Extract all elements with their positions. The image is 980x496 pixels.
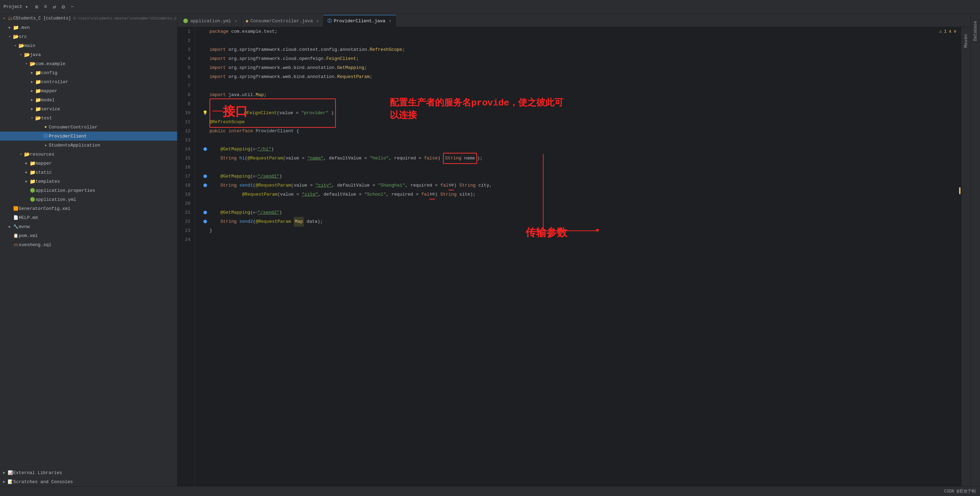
provider-client-label: ProviderClient bbox=[49, 134, 87, 139]
external-lib-icon: 📊 bbox=[7, 470, 13, 475]
properties-icon: 🟢 bbox=[29, 188, 35, 193]
tab-close-icon[interactable]: ✕ bbox=[235, 18, 237, 24]
folder-open-icon: 📂 bbox=[35, 115, 41, 121]
folder-icon: 📁 bbox=[35, 88, 41, 94]
static-label: static bbox=[35, 170, 52, 175]
interface-icon: ⓘ bbox=[43, 133, 49, 139]
tree-item-pom[interactable]: ▶ 📋 pom.xml bbox=[0, 231, 177, 240]
tree-item-help[interactable]: ▶ 📄 HELP.md bbox=[0, 213, 177, 222]
folder-open-icon: 📂 bbox=[24, 151, 30, 157]
tree-item-resources[interactable]: ▾ 📂 resources bbox=[0, 149, 177, 159]
sql-icon: 🗃 bbox=[13, 242, 19, 248]
consumer-controller-label: ConsumerController bbox=[49, 125, 97, 130]
bottombar: CSDN @君放于刚 bbox=[0, 486, 980, 496]
tree-item-app-yml[interactable]: ▶ 🟢 application.yml bbox=[0, 195, 177, 204]
root-label: CStudents_C [cstudents] E:\test\cstudent… bbox=[13, 16, 177, 21]
service-label: service bbox=[41, 107, 60, 112]
tree-item-root[interactable]: ▾ 🗂 CStudents_C [cstudents] E:\test\cstu… bbox=[0, 14, 177, 23]
line-numbers: 1 2 3 4 5 6 7 8 9 10 11 12 13 14 15 16 1… bbox=[178, 27, 195, 486]
yaml-tab-icon: 🟢 bbox=[183, 18, 188, 24]
class-icon: ✦ bbox=[43, 143, 49, 148]
tree-item-students-application[interactable]: ▶ ✦ StudentsApplication bbox=[0, 141, 177, 149]
tree-item-service[interactable]: ▶ 📁 service bbox=[0, 105, 177, 113]
tree-item-mvn[interactable]: ▶ 📁 .mvn bbox=[0, 23, 177, 32]
help-label: HELP.md bbox=[19, 215, 38, 220]
tree-item-xuesheng[interactable]: ▶ 🗃 xuesheng.sql bbox=[0, 240, 177, 249]
folder-icon: 📁 bbox=[29, 161, 35, 166]
tree-item-static[interactable]: ▶ 📁 static bbox=[0, 168, 177, 177]
xuesheng-label: xuesheng.sql bbox=[19, 242, 51, 248]
students-application-label: StudentsApplication bbox=[49, 143, 100, 148]
tree-item-src[interactable]: ▾ 📂 src bbox=[0, 32, 177, 41]
test-label: test bbox=[41, 116, 52, 121]
tree-item-templates[interactable]: ▶ 📁 templates bbox=[0, 177, 177, 186]
tab-close-icon2[interactable]: ✕ bbox=[317, 18, 319, 24]
folder-icon: 📁 bbox=[35, 106, 41, 112]
folder-icon: 🗂 bbox=[7, 16, 13, 21]
folder-icon: 📁 bbox=[13, 25, 19, 31]
class-icon: ● bbox=[43, 125, 49, 129]
tree-item-scratches[interactable]: ▶ 📝 Scratches and Consoles bbox=[0, 477, 177, 486]
tree-item-consumer-controller[interactable]: ▶ ● ConsumerController bbox=[0, 122, 177, 132]
database-tab[interactable]: Database bbox=[971, 17, 980, 45]
java-tab-icon: ◉ bbox=[246, 18, 248, 24]
tree-item-main[interactable]: ▾ 📂 main bbox=[0, 41, 177, 50]
list-icon[interactable]: ≡ bbox=[44, 4, 47, 10]
folder-open-icon: 📂 bbox=[24, 52, 30, 58]
tab-provider-client[interactable]: ⓘ ProviderClient.java ✕ bbox=[323, 15, 396, 27]
tab-close-icon3[interactable]: ✕ bbox=[389, 18, 391, 24]
credit-label: CSDN @君放于刚 bbox=[944, 488, 976, 494]
code-content[interactable]: package com.example.test; import org.spr… bbox=[195, 27, 961, 486]
templates-label: templates bbox=[35, 179, 60, 184]
tree-item-app-properties[interactable]: ▶ 🟢 application.properties bbox=[0, 186, 177, 195]
tab-provider-client-label: ProviderClient.java bbox=[334, 18, 385, 24]
comexample-label: com.example bbox=[35, 61, 65, 67]
java-label: java bbox=[30, 52, 41, 57]
tree-item-comexample[interactable]: ▾ 📂 com.example bbox=[0, 59, 177, 68]
mapper-label: mapper bbox=[41, 88, 57, 94]
src-label: src bbox=[19, 34, 27, 39]
tree-item-generatorconfig[interactable]: ▶ 🟧 GeneratorConfig.xml bbox=[0, 204, 177, 213]
tab-consumer-controller[interactable]: ◉ ConsumerController.java ✕ bbox=[242, 15, 323, 27]
folder-open-icon: 📂 bbox=[29, 61, 35, 67]
tab-application-yml[interactable]: 🟢 application.yml ✕ bbox=[179, 15, 242, 27]
right-side-panels: Database bbox=[970, 14, 980, 486]
titlebar: Project ▾ ⊕ ≡ ⇄ ⚙ − bbox=[0, 0, 980, 14]
tree-item-model[interactable]: ▶ 📁 model bbox=[0, 95, 177, 105]
main-label: main bbox=[24, 43, 35, 48]
project-dropdown-icon[interactable]: ▾ bbox=[25, 4, 28, 10]
tree-item-mapper[interactable]: ▶ 📁 mapper bbox=[0, 86, 177, 95]
folder-icon: 📁 bbox=[35, 97, 41, 103]
editor-tabbar: 🟢 application.yml ✕ ◉ ConsumerController… bbox=[178, 14, 970, 27]
app-yml-label: application.yml bbox=[35, 197, 76, 202]
minimize-icon[interactable]: − bbox=[71, 4, 74, 10]
interface-tab-icon: ⓘ bbox=[328, 18, 332, 24]
tab-consumer-controller-label: ConsumerController.java bbox=[251, 18, 313, 24]
project-sidebar: ▾ 🗂 CStudents_C [cstudents] E:\test\cstu… bbox=[0, 14, 178, 486]
generatorconfig-label: GeneratorConfig.xml bbox=[19, 206, 70, 211]
app-properties-label: application.properties bbox=[35, 188, 95, 193]
folder-open-icon: 📂 bbox=[18, 43, 24, 49]
model-label: model bbox=[41, 97, 55, 103]
mvn-icon: 🔧 bbox=[13, 224, 19, 229]
tree-item-external-libs[interactable]: ▶ 📊 External Libraries bbox=[0, 468, 177, 477]
maven-tab[interactable]: Maven bbox=[961, 30, 970, 52]
settings-icon[interactable]: ⚙ bbox=[62, 3, 65, 10]
md-icon: 📄 bbox=[13, 215, 19, 220]
maven-panel: Maven bbox=[961, 27, 970, 486]
tree-item-controller[interactable]: ▶ 📁 controller bbox=[0, 77, 177, 86]
tree-item-java[interactable]: ▾ 📂 java bbox=[0, 50, 177, 59]
yaml-icon: 🟢 bbox=[29, 197, 35, 202]
tree-item-config[interactable]: ▶ 📁 config bbox=[0, 68, 177, 77]
sort-icon[interactable]: ⇄ bbox=[53, 3, 56, 10]
tree-item-mapper2[interactable]: ▶ 📁 mapper bbox=[0, 159, 177, 168]
tree-item-provider-client[interactable]: ▶ ⓘ ProviderClient bbox=[0, 132, 177, 141]
globe-icon[interactable]: ⊕ bbox=[35, 3, 38, 10]
tree-item-mvnw2[interactable]: ▶ 🔧 mvnw bbox=[0, 222, 177, 231]
config-label: config bbox=[41, 70, 57, 76]
folder-icon: 📁 bbox=[29, 178, 35, 184]
xml-icon: 🟧 bbox=[13, 206, 19, 211]
mvn-label: .mvn bbox=[19, 25, 30, 30]
scratches-label: Scratches and Consoles bbox=[13, 479, 73, 485]
tree-item-test[interactable]: ▾ 📂 test bbox=[0, 113, 177, 122]
